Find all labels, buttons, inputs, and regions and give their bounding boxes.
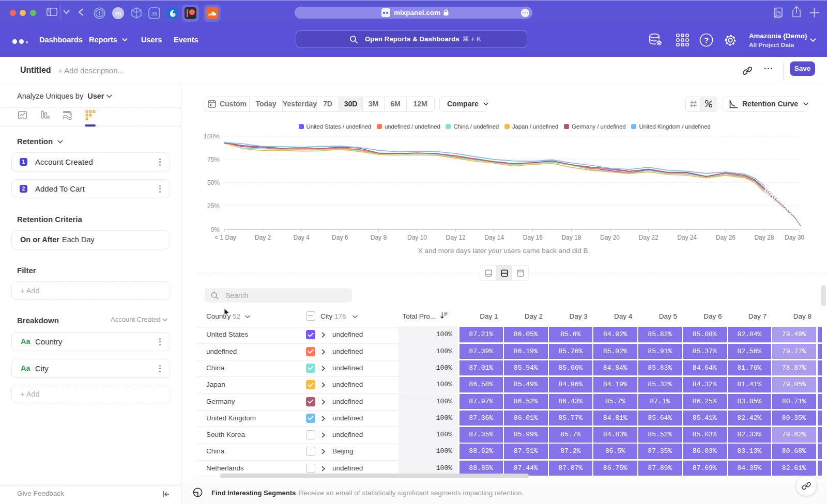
- svg-text:Day 2: Day 2: [255, 234, 271, 241]
- svg-text:100%: 100%: [204, 133, 220, 140]
- svg-text:Day 22: Day 22: [639, 234, 658, 241]
- svg-text:?: ?: [704, 36, 709, 44]
- svg-text:Day 14: Day 14: [484, 234, 504, 241]
- svg-text:0%: 0%: [211, 226, 220, 233]
- svg-text:50%: 50%: [207, 179, 220, 186]
- svg-text:Day 12: Day 12: [446, 234, 466, 241]
- svg-text:Day 6: Day 6: [332, 234, 348, 241]
- svg-text:Day 26: Day 26: [716, 234, 736, 241]
- svg-text:25%: 25%: [207, 202, 220, 210]
- svg-text:Day 30: Day 30: [785, 234, 804, 241]
- svg-text:Day 18: Day 18: [561, 234, 581, 241]
- svg-text:Day 4: Day 4: [294, 234, 310, 241]
- svg-text:75%: 75%: [207, 156, 220, 163]
- svg-text:X and more days later your use: X and more days later your users came ba…: [418, 247, 590, 255]
- svg-text:< 1 Day: < 1 Day: [215, 234, 236, 241]
- svg-text:Day 16: Day 16: [523, 234, 543, 241]
- svg-text:JS: JS: [151, 11, 158, 17]
- svg-text:N: N: [777, 10, 781, 15]
- svg-text:Day 28: Day 28: [754, 234, 774, 241]
- svg-text:Day 10: Day 10: [407, 234, 427, 241]
- svg-text:Day 8: Day 8: [371, 234, 387, 241]
- svg-text:Day 20: Day 20: [600, 234, 620, 241]
- svg-text:Day 24: Day 24: [677, 234, 697, 241]
